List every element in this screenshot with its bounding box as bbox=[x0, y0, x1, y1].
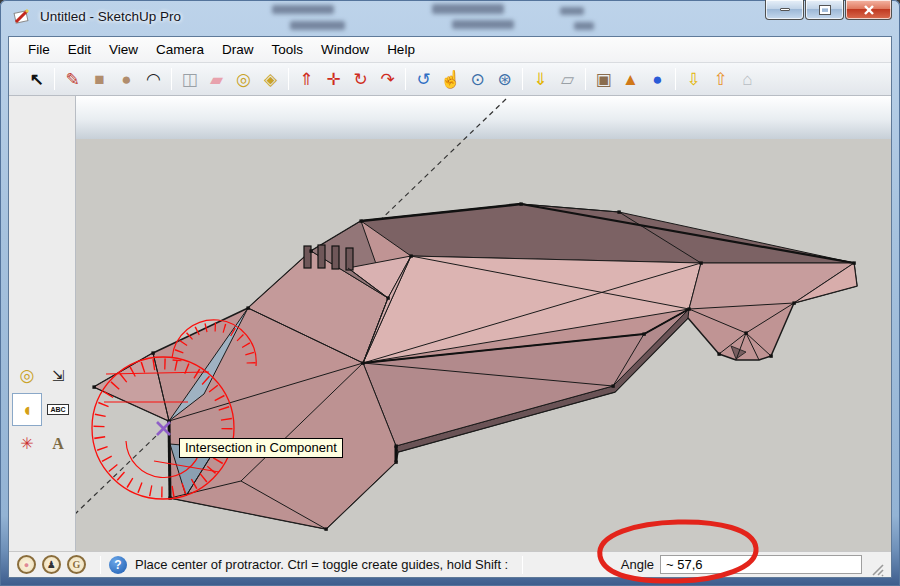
glass-reflection bbox=[574, 22, 594, 30]
glass-reflection bbox=[272, 5, 334, 14]
axes-palette-button[interactable]: ✳ bbox=[12, 427, 42, 460]
menu-edit[interactable]: Edit bbox=[59, 39, 100, 60]
tape-measure-palette-button[interactable]: ◎ bbox=[12, 359, 42, 392]
title-bar[interactable]: Untitled - SketchUp Pro bbox=[0, 0, 900, 36]
dimension-palette-button[interactable]: ⇲ bbox=[43, 359, 73, 392]
inference-tooltip: Intersection in Component bbox=[179, 438, 343, 458]
drawing-area[interactable]: Intersection in Component bbox=[76, 96, 891, 551]
resize-grip[interactable] bbox=[870, 562, 885, 577]
paint-bucket-icon: ◈ bbox=[264, 71, 277, 88]
credits-status-icon[interactable]: ♟ bbox=[42, 555, 61, 574]
toolbar-separator bbox=[675, 68, 676, 90]
menu-help[interactable]: Help bbox=[378, 39, 424, 60]
line-tool-icon: ✎ bbox=[65, 71, 79, 88]
menu-window[interactable]: Window bbox=[312, 39, 378, 60]
follow-me-button[interactable]: ↷ bbox=[374, 66, 401, 93]
maximize-button[interactable] bbox=[805, 0, 844, 20]
toolbar-separator bbox=[54, 68, 55, 90]
zoom-extents-button[interactable]: ⊛ bbox=[491, 66, 518, 93]
pan-tool-button[interactable]: ☝ bbox=[437, 66, 464, 93]
share-model-button[interactable]: ⇧ bbox=[707, 66, 734, 93]
help-icon[interactable]: ? bbox=[109, 556, 127, 574]
google-status-icon[interactable]: G bbox=[67, 555, 86, 574]
orbit-tool-button[interactable]: ↺ bbox=[410, 66, 437, 93]
sketchup-window: Untitled - SketchUp Pro File Edit View C… bbox=[0, 0, 900, 586]
eraser-tool-button[interactable]: ▰ bbox=[203, 66, 230, 93]
pin-icon: ● bbox=[24, 560, 29, 570]
client-area: File Edit View Camera Draw Tools Window … bbox=[8, 36, 892, 578]
menu-view[interactable]: View bbox=[100, 39, 147, 60]
zoom-tool-button[interactable]: ⊙ bbox=[464, 66, 491, 93]
geolocation-status-icon[interactable]: ● bbox=[17, 555, 36, 574]
3d-text-palette-button[interactable]: A bbox=[43, 427, 73, 460]
paint-bucket-button[interactable]: ◈ bbox=[257, 66, 284, 93]
main-toolbar: ↖ ✎ ■ ● ◠ ◫ ▰ ◎ ◈ ⇑ ✛ ↻ ↷ ↺ ☝ ⊙ ⊛ ⇓ ▱ ▣ bbox=[9, 63, 891, 96]
add-location-button[interactable]: ▣ bbox=[590, 66, 617, 93]
menu-draw[interactable]: Draw bbox=[213, 39, 263, 60]
rotate-tool-button[interactable]: ↻ bbox=[347, 66, 374, 93]
google-earth-button[interactable]: ● bbox=[644, 66, 671, 93]
tape-measure-icon: ◎ bbox=[20, 365, 35, 386]
circle-tool-button[interactable]: ● bbox=[113, 66, 140, 93]
push-pull-button[interactable]: ⇑ bbox=[293, 66, 320, 93]
google-earth-icon: ● bbox=[652, 71, 662, 88]
make-component-icon: ◫ bbox=[181, 71, 197, 88]
rotate-icon: ↻ bbox=[353, 71, 367, 88]
share-model-icon: ⇧ bbox=[713, 71, 727, 88]
protractor-palette-button[interactable]: ◖ bbox=[12, 393, 42, 426]
pan-hand-icon: ☝ bbox=[440, 71, 461, 88]
line-tool-button[interactable]: ✎ bbox=[59, 66, 86, 93]
angle-label: Angle bbox=[621, 557, 654, 572]
window-title: Untitled - SketchUp Pro bbox=[40, 9, 181, 24]
text-label-icon: ABC bbox=[47, 404, 68, 415]
statusbar-separator bbox=[522, 556, 523, 574]
toolbar-separator bbox=[288, 68, 289, 90]
share-component-icon: ⌂ bbox=[742, 71, 752, 88]
model-mesh bbox=[76, 96, 891, 551]
glass-reflection bbox=[432, 4, 504, 14]
move-tool-button[interactable]: ✛ bbox=[320, 66, 347, 93]
protractor-icon: ◖ bbox=[21, 399, 32, 421]
sketchup-logo-icon bbox=[12, 7, 32, 27]
toggle-terrain-button[interactable]: ▲ bbox=[617, 66, 644, 93]
add-location-icon: ▣ bbox=[595, 71, 611, 88]
eraser-icon: ▰ bbox=[210, 71, 223, 88]
menu-bar: File Edit View Camera Draw Tools Window … bbox=[9, 37, 891, 63]
toolbar-separator bbox=[171, 68, 172, 90]
share-component-button[interactable]: ⌂ bbox=[734, 66, 761, 93]
close-button[interactable] bbox=[845, 0, 892, 20]
tape-measure-icon: ◎ bbox=[236, 71, 251, 88]
google-g-icon: G bbox=[73, 559, 81, 570]
push-pull-icon: ⇑ bbox=[299, 71, 313, 88]
person-icon: ♟ bbox=[47, 559, 56, 570]
get-models-icon: ⇩ bbox=[686, 71, 700, 88]
circle-tool-icon: ● bbox=[121, 71, 131, 88]
get-models-button[interactable]: ⇩ bbox=[680, 66, 707, 93]
menu-camera[interactable]: Camera bbox=[147, 39, 213, 60]
status-message: Place center of protractor. Ctrl = toggl… bbox=[135, 557, 508, 572]
text-palette-button[interactable]: ABC bbox=[43, 393, 73, 426]
rectangle-tool-button[interactable]: ■ bbox=[86, 66, 113, 93]
zoom-extents-icon: ⊛ bbox=[497, 71, 511, 88]
get-current-view-icon: ⇓ bbox=[533, 71, 547, 88]
toolbar-separator bbox=[522, 68, 523, 90]
minimize-button[interactable] bbox=[765, 0, 804, 20]
menu-file[interactable]: File bbox=[19, 39, 59, 60]
zoom-icon: ⊙ bbox=[470, 71, 484, 88]
section-plane-button[interactable]: ▱ bbox=[554, 66, 581, 93]
workspace: ◎ ⇲ ◖ ABC ✳ A bbox=[9, 96, 891, 551]
make-component-button[interactable]: ◫ bbox=[176, 66, 203, 93]
angle-input[interactable] bbox=[660, 555, 862, 574]
glass-reflection bbox=[290, 21, 345, 30]
glass-reflection bbox=[560, 7, 584, 15]
minimize-icon bbox=[780, 8, 790, 11]
arc-tool-button[interactable]: ◠ bbox=[140, 66, 167, 93]
tape-measure-button[interactable]: ◎ bbox=[230, 66, 257, 93]
toolbar-separator bbox=[405, 68, 406, 90]
rectangle-tool-icon: ■ bbox=[94, 71, 104, 88]
menu-tools[interactable]: Tools bbox=[263, 39, 313, 60]
select-tool-icon: ↖ bbox=[29, 71, 43, 88]
get-current-view-button[interactable]: ⇓ bbox=[527, 66, 554, 93]
select-tool-button[interactable]: ↖ bbox=[23, 66, 50, 93]
dimension-icon: ⇲ bbox=[52, 367, 65, 385]
